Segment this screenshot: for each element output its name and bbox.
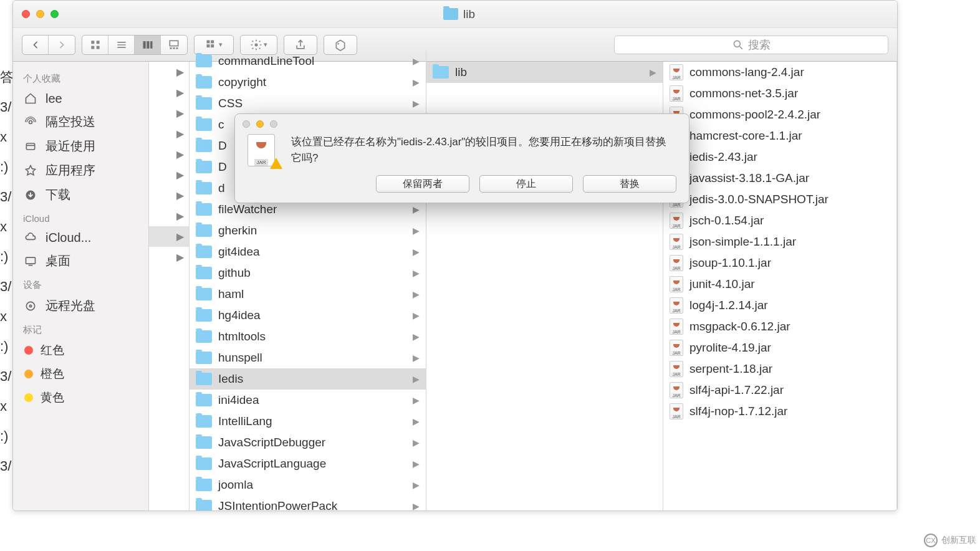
folder-icon	[196, 352, 212, 364]
column-1[interactable]: ▶▶▶▶▶▶▶▶▶▶	[149, 62, 190, 510]
list-item[interactable]: jedis-3.0.0-SNAPSHOT.jar	[663, 189, 896, 210]
column-stub-row[interactable]: ▶	[149, 123, 189, 144]
sidebar-item[interactable]: 远程光盘	[13, 294, 148, 318]
gallery-view-button[interactable]	[161, 36, 187, 54]
list-item[interactable]: JavaScriptDebugger▶	[190, 432, 426, 453]
page-edge-text: 答3/x:)3/x:)3/x:)3/x:)3/	[0, 0, 12, 551]
svg-rect-1	[96, 41, 99, 44]
list-item[interactable]: joomla▶	[190, 474, 426, 496]
column-stub-row[interactable]: ▶	[149, 226, 189, 247]
watermark: CX 创新互联	[924, 534, 976, 547]
forward-button[interactable]	[49, 36, 75, 54]
list-item[interactable]: github▶	[190, 262, 426, 284]
column-stub-row[interactable]: ▶	[149, 185, 189, 206]
column-view-button[interactable]	[135, 36, 161, 54]
sidebar-item[interactable]: lee	[13, 87, 148, 110]
sidebar-tag[interactable]: 橙色	[13, 362, 148, 386]
svg-rect-11	[170, 47, 171, 49]
list-item[interactable]: hunspell▶	[190, 347, 426, 368]
list-item[interactable]: hg4idea▶	[190, 305, 426, 326]
item-label: commons-lang-2.4.jar	[689, 65, 804, 79]
item-label: hg4idea	[218, 309, 261, 322]
item-label: pyrolite-4.19.jar	[689, 341, 771, 355]
column-stub-row[interactable]: ▶	[149, 165, 189, 185]
list-item[interactable]: hamcrest-core-1.1.jar	[663, 125, 896, 146]
list-item[interactable]: Iedis▶	[190, 368, 426, 390]
list-item[interactable]: log4j-1.2.14.jar	[663, 295, 896, 316]
sidebar-item[interactable]: 下载	[13, 183, 148, 207]
svg-point-19	[337, 43, 339, 45]
list-item[interactable]: IntelliLang▶	[190, 411, 426, 432]
list-item[interactable]: git4idea▶	[190, 241, 426, 262]
folder-icon	[196, 394, 212, 406]
sidebar-item[interactable]: iCloud...	[13, 226, 148, 249]
sidebar-item[interactable]: 桌面	[13, 249, 148, 273]
list-item[interactable]: slf4j-api-1.7.22.jar	[663, 380, 896, 401]
column-stub-row[interactable]: ▶	[149, 82, 189, 103]
list-view-button[interactable]	[108, 36, 135, 54]
minimize-icon[interactable]	[36, 10, 44, 18]
list-item[interactable]: jsch-0.1.54.jar	[663, 210, 896, 231]
list-item[interactable]: jsoup-1.10.1.jar	[663, 252, 896, 274]
list-item[interactable]: JavaScriptLanguage▶	[190, 453, 426, 474]
chevron-right-icon: ▶	[413, 289, 420, 299]
jar-file-icon	[670, 255, 683, 271]
maximize-icon[interactable]	[50, 10, 59, 18]
column-stub-row[interactable]: ▶	[149, 247, 189, 267]
dialog-close-icon[interactable]	[243, 120, 250, 128]
item-label: git4idea	[218, 245, 260, 259]
column-4[interactable]: commons-lang-2.4.jarcommons-net-3.5.jarc…	[663, 62, 897, 510]
list-item[interactable]: haml▶	[190, 284, 426, 305]
sidebar-tag[interactable]: 红色	[13, 338, 148, 362]
list-item[interactable]: iedis-2.43.jar	[663, 146, 896, 168]
list-item[interactable]: ini4idea▶	[190, 390, 426, 411]
stop-button[interactable]: 停止	[479, 175, 573, 193]
sidebar-item[interactable]: 最近使用	[13, 134, 148, 158]
list-item[interactable]: pyrolite-4.19.jar	[663, 337, 896, 358]
item-label: gherkin	[218, 224, 257, 237]
list-item[interactable]: lib▶	[426, 62, 663, 83]
column-stub-row[interactable]: ▶	[149, 62, 189, 82]
sidebar-item[interactable]: 隔空投送	[13, 110, 148, 134]
item-label: lib	[455, 65, 467, 79]
item-label: log4j-1.2.14.jar	[689, 299, 768, 312]
list-item[interactable]: CSS▶	[190, 93, 426, 114]
list-item[interactable]: commons-pool2-2.4.2.jar	[663, 104, 896, 125]
back-button[interactable]	[22, 36, 49, 54]
column-stub-row[interactable]: ▶	[149, 103, 189, 123]
list-item[interactable]: gherkin▶	[190, 220, 426, 241]
list-item[interactable]: msgpack-0.6.12.jar	[663, 316, 896, 337]
chevron-right-icon: ▶	[413, 374, 420, 384]
dialog-minimize-icon[interactable]	[256, 120, 264, 128]
folder-icon	[196, 55, 212, 67]
sidebar-item-label: 远程光盘	[46, 297, 95, 314]
list-item[interactable]: commons-net-3.5.jar	[663, 83, 896, 104]
chevron-right-icon: ▶	[413, 247, 420, 257]
column-stub-row[interactable]: ▶	[149, 206, 189, 226]
sidebar-tag[interactable]: 黄色	[13, 386, 148, 410]
keep-both-button[interactable]: 保留两者	[376, 175, 469, 193]
list-item[interactable]: slf4j-nop-1.7.12.jar	[663, 401, 896, 422]
list-item[interactable]: htmltools▶	[190, 326, 426, 347]
downloads-icon	[23, 188, 38, 203]
list-item[interactable]: serpent-1.18.jar	[663, 358, 896, 380]
list-item[interactable]: commons-lang-2.4.jar	[663, 62, 896, 83]
close-icon[interactable]	[22, 10, 30, 18]
sidebar-item-label: 最近使用	[46, 138, 95, 155]
list-item[interactable]: json-simple-1.1.1.jar	[663, 231, 896, 252]
item-label: copyright	[218, 75, 266, 89]
list-item[interactable]: commandLineTool▶	[190, 50, 426, 72]
list-item[interactable]: javassist-3.18.1-GA.jar	[663, 168, 896, 189]
svg-rect-3	[96, 46, 99, 49]
list-item[interactable]: junit-4.10.jar	[663, 274, 896, 295]
tag-dot-icon	[24, 346, 33, 355]
list-item[interactable]: copyright▶	[190, 72, 426, 93]
jar-file-icon	[670, 85, 683, 102]
search-input[interactable]: 搜索	[614, 36, 888, 54]
sidebar-item[interactable]: 应用程序	[13, 158, 148, 183]
list-item[interactable]: JSIntentionPowerPack▶	[190, 496, 426, 510]
jar-file-icon	[670, 234, 683, 250]
icon-view-button[interactable]	[82, 36, 108, 54]
replace-button[interactable]: 替换	[583, 175, 676, 193]
column-stub-row[interactable]: ▶	[149, 144, 189, 165]
